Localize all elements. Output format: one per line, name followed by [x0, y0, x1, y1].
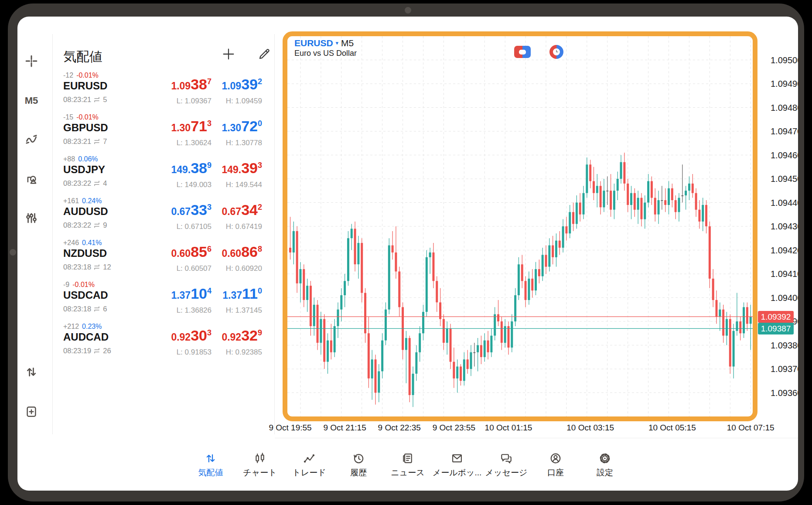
nav-item-mailbox[interactable]: メールボッ... — [433, 446, 482, 491]
trade-icon — [303, 452, 315, 464]
edit-pencil-icon[interactable] — [257, 47, 271, 61]
ask-price: 0.67342 — [222, 201, 262, 218]
timeframe-button[interactable]: M5 — [22, 95, 41, 106]
price-axis-label: 1.09440 — [771, 197, 798, 208]
chart-header[interactable]: EURUSD ▾ M5 Euro vs US Dollar — [294, 38, 357, 58]
axis-separator — [275, 438, 798, 438]
quote-time-spread: 08:23:229 — [63, 221, 107, 229]
time-axis-label: 9 Oct 21:15 — [323, 423, 366, 433]
price-axis-label: 1.09450 — [771, 173, 798, 184]
price-axis-label: 1.09380 — [771, 340, 798, 351]
nav-item-account[interactable]: 口座 — [531, 446, 580, 491]
price-axis-label: 1.09480 — [771, 102, 798, 113]
price-axis-label: 1.09420 — [771, 245, 798, 256]
time-axis-label: 10 Oct 05:15 — [648, 423, 696, 433]
quote-change: +880.06% — [63, 155, 98, 163]
quote-high: H: 1.37145 — [226, 306, 262, 315]
ask-price: 149.393 — [222, 160, 262, 177]
quote-time-spread: 08:23:224 — [63, 179, 107, 188]
crosshair-icon[interactable] — [25, 55, 38, 68]
quote-symbol: USDCAD — [63, 289, 108, 301]
ask-price-tag: 1.09392 — [758, 311, 794, 323]
price-axis-label: 1.09490 — [771, 78, 798, 89]
nav-item-messages[interactable]: メッセージ — [482, 446, 531, 491]
add-symbol-icon[interactable] — [222, 47, 235, 61]
quote-high: H: 1.30778 — [226, 139, 262, 147]
quote-row-audcad[interactable]: +2120.23%AUDCAD08:23:19260.923030.92329L… — [52, 321, 275, 363]
quote-row-audusd[interactable]: +1610.24%AUDUSD08:23:2290.673330.67342L:… — [52, 195, 275, 237]
nav-item-chart-candles[interactable]: チャート — [235, 446, 285, 491]
nav-label: 履歴 — [350, 467, 367, 478]
quotes-panel: 気配値 -12-0.01%EURUSD08:23:2151.093871.093… — [52, 17, 275, 434]
camera-dot-left — [10, 249, 16, 256]
indicators-icon[interactable] — [25, 133, 38, 146]
quote-row-usdjpy[interactable]: +880.06%USDJPY08:23:224149.389149.393L: … — [52, 154, 275, 195]
time-axis-label: 10 Oct 01:15 — [485, 423, 532, 433]
quote-time-spread: 08:23:1926 — [63, 347, 111, 355]
quote-change: -9-0.01% — [63, 281, 95, 289]
quote-change: +2460.41% — [63, 239, 102, 247]
quote-high: H: 149.544 — [226, 181, 262, 189]
quote-low: L: 1.36826 — [177, 306, 212, 315]
nav-item-news[interactable]: ニュース — [383, 446, 433, 491]
quote-high: H: 0.92385 — [226, 348, 262, 357]
nav-label: メッセージ — [485, 467, 528, 478]
spread-icon — [94, 181, 100, 186]
quote-symbol: NZDUSD — [63, 247, 107, 259]
ask-price: 0.92329 — [222, 327, 262, 344]
nav-label: 気配値 — [198, 467, 223, 478]
nav-item-quotes-updown[interactable]: 気配値 — [186, 446, 235, 491]
nav-label: 設定 — [597, 467, 613, 478]
price-axis-label: 1.09460 — [771, 150, 798, 161]
mailbox-icon — [451, 452, 463, 464]
chart-symbol[interactable]: EURUSD — [294, 38, 333, 48]
ask-price: 1.37110 — [222, 285, 262, 302]
quote-row-eurusd[interactable]: -12-0.01%EURUSD08:23:2151.093871.09392L:… — [52, 70, 275, 112]
messages-icon — [500, 452, 512, 464]
nav-label: メールボッ... — [433, 467, 482, 478]
sort-updown-icon[interactable] — [25, 365, 38, 379]
quote-symbol: USDJPY — [63, 164, 105, 176]
bid-price: 0.60856 — [171, 243, 212, 260]
quote-change: +2120.23% — [63, 323, 102, 331]
objects-icon[interactable] — [25, 173, 38, 186]
chart-area[interactable]: EURUSD ▾ M5 Euro vs US Dollar — [283, 31, 757, 421]
time-axis: 9 Oct 19:559 Oct 21:159 Oct 22:359 Oct 2… — [17, 423, 798, 434]
nav-item-history[interactable]: 履歴 — [334, 446, 383, 491]
bid-price: 1.30713 — [171, 118, 212, 135]
quote-low: L: 0.67105 — [177, 222, 212, 231]
quotes-updown-icon — [205, 452, 217, 464]
quote-high: H: 0.67419 — [226, 222, 262, 231]
quote-low: L: 149.003 — [177, 181, 212, 189]
time-axis-label: 10 Oct 07:15 — [727, 423, 774, 433]
spread-icon — [94, 97, 100, 102]
spread-icon — [94, 139, 100, 144]
quote-low: L: 1.30624 — [177, 139, 212, 147]
new-order-icon[interactable] — [25, 405, 38, 418]
ask-price: 0.60868 — [222, 243, 262, 260]
one-click-trading-icon[interactable] — [514, 46, 531, 58]
nav-item-trade[interactable]: トレード — [285, 446, 334, 491]
quote-high: H: 0.60920 — [226, 264, 262, 273]
chart-timeframe[interactable]: M5 — [341, 38, 354, 48]
time-axis-label: 10 Oct 03:15 — [566, 423, 614, 433]
market-clock-icon[interactable] — [549, 44, 564, 59]
quote-row-nzdusd[interactable]: +2460.41%NZDUSD08:23:18120.608560.60868L… — [52, 237, 275, 279]
price-axis-label: 1.09470 — [771, 126, 798, 137]
quote-symbol: AUDCAD — [63, 331, 109, 343]
bid-price-tag: 1.09387 — [758, 323, 794, 334]
nav-item-settings[interactable]: 設定 — [580, 446, 630, 491]
quote-row-gbpusd[interactable]: -15-0.01%GBPUSD08:23:2171.307131.30720L:… — [52, 112, 275, 154]
settings-sliders-icon[interactable] — [25, 212, 38, 225]
quote-row-usdcad[interactable]: -9-0.01%USDCAD08:23:1861.371041.37110L: … — [52, 279, 275, 321]
bid-price: 0.92303 — [171, 327, 212, 344]
account-icon — [549, 452, 562, 464]
quote-symbol: EURUSD — [63, 80, 107, 92]
quote-change: -15-0.01% — [63, 113, 99, 121]
quotes-title: 気配値 — [63, 48, 102, 66]
settings-icon — [599, 452, 611, 464]
time-axis-label: 9 Oct 23:55 — [433, 423, 475, 433]
candlestick-chart[interactable] — [287, 36, 753, 416]
chart-candles-icon — [254, 452, 266, 464]
bid-price: 1.09387 — [171, 76, 212, 93]
